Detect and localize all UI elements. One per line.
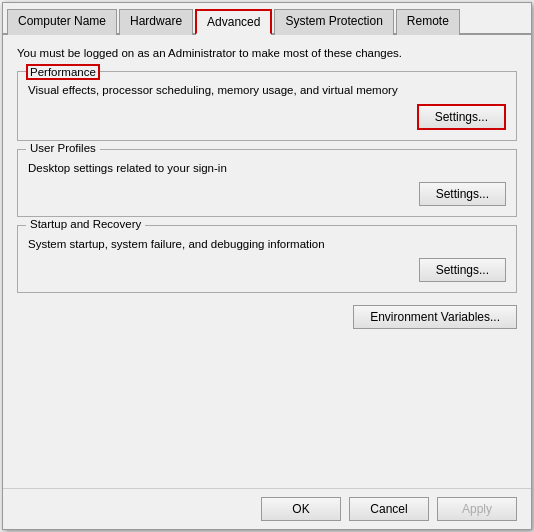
tab-hardware[interactable]: Hardware bbox=[119, 9, 193, 35]
tab-content: You must be logged on as an Administrato… bbox=[3, 35, 531, 488]
startup-recovery-label: Startup and Recovery bbox=[26, 218, 145, 230]
dialog-footer: OK Cancel Apply bbox=[3, 488, 531, 529]
system-properties-dialog: Computer Name Hardware Advanced System P… bbox=[2, 2, 532, 530]
tab-system-protection[interactable]: System Protection bbox=[274, 9, 393, 35]
startup-recovery-description: System startup, system failure, and debu… bbox=[28, 238, 506, 250]
startup-recovery-settings-button[interactable]: Settings... bbox=[419, 258, 506, 282]
performance-section: Performance Visual effects, processor sc… bbox=[17, 71, 517, 141]
user-profiles-settings-button[interactable]: Settings... bbox=[419, 182, 506, 206]
user-profiles-section: User Profiles Desktop settings related t… bbox=[17, 149, 517, 217]
tab-computer-name[interactable]: Computer Name bbox=[7, 9, 117, 35]
user-profiles-label: User Profiles bbox=[26, 142, 100, 154]
tab-remote[interactable]: Remote bbox=[396, 9, 460, 35]
performance-label: Performance bbox=[26, 64, 100, 80]
cancel-button[interactable]: Cancel bbox=[349, 497, 429, 521]
performance-description: Visual effects, processor scheduling, me… bbox=[28, 84, 506, 96]
performance-settings-button[interactable]: Settings... bbox=[417, 104, 506, 130]
admin-notice: You must be logged on as an Administrato… bbox=[17, 47, 517, 59]
user-profiles-description: Desktop settings related to your sign-in bbox=[28, 162, 506, 174]
tab-advanced[interactable]: Advanced bbox=[195, 9, 272, 35]
ok-button[interactable]: OK bbox=[261, 497, 341, 521]
apply-button[interactable]: Apply bbox=[437, 497, 517, 521]
environment-variables-button[interactable]: Environment Variables... bbox=[353, 305, 517, 329]
tab-bar: Computer Name Hardware Advanced System P… bbox=[3, 3, 531, 35]
startup-recovery-section: Startup and Recovery System startup, sys… bbox=[17, 225, 517, 293]
